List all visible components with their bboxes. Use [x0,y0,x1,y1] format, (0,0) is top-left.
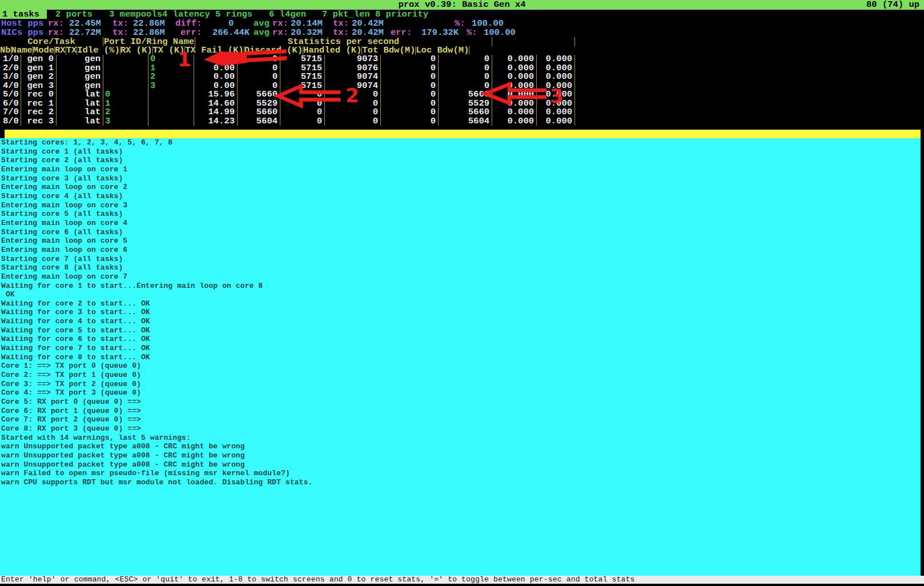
cell-rx-port: 3 [103,117,148,126]
log-line: Core 1: ==> TX port 0 (queue 0) [0,362,921,371]
stat-segment: 179.32K [421,28,459,37]
cell-tx-port [148,90,194,99]
log-line: Starting core 3 (all tasks) [0,174,921,183]
stat-segment: 100.00 [484,28,516,37]
tab[interactable]: 1 tasks [0,10,47,19]
cell-loc-bdw: 0.000 [537,117,575,126]
log-line: warn Unsupported packet type a008 - CRC … [0,451,921,460]
log-line: Core 6: RX port 1 (queue 0) ==> [0,407,921,416]
cell-tx-port [148,108,194,117]
header-cell: TX [66,46,78,55]
tab[interactable]: 6 l4gen [267,10,306,19]
title-bar: prox v0.39: Basic Gen x4 80 (74) up [0,0,924,10]
cell-rx-port [103,55,148,64]
cell-discard: 0 [381,55,439,64]
log-line: Starting cores: 1, 2, 3, 4, 5, 6, 7, 8 [0,138,921,147]
tab[interactable]: 3 mempools [107,10,162,19]
page-title: prox v0.39: Basic Gen x4 [398,0,525,10]
log-line: Core 3: ==> TX port 2 (queue 0) [0,380,921,389]
stat-segment: 0 [228,19,234,28]
stat-segment: diff: [175,19,202,28]
cell-handled: 5604 [439,117,492,126]
log-line: Entering main loop on core 3 [0,201,921,210]
log-line: Started with 14 warnings, last 5 warning… [0,434,921,443]
log-line: Waiting for core 1 to start...Entering m… [0,282,921,291]
stat-segment: 100.00 [472,19,504,28]
log-line: Waiting for core 6 to start... OK [0,335,921,344]
log-line: Starting core 1 (all tasks) [0,147,921,156]
cell-mode: lat [57,117,103,126]
log-line: Core 8: RX port 3 (queue 0) ==> [0,424,921,434]
stat-segment: NICs pps [1,28,43,37]
yellow-divider-bar [5,130,921,138]
stat-segment: tx: [113,19,128,28]
stat-segment: avg [254,19,270,28]
header-cell: RX (K) [120,46,153,55]
table-row: 2/0 gen 1 gen 1 0.00 0 5715 9076 0 0 0.0… [0,64,924,73]
cell-tx-fail: 0 [325,117,381,126]
stat-segment: 20.42M [352,28,384,37]
log-line: Entering main loop on core 6 [0,246,921,255]
stat-segment: 20.14M [291,19,323,28]
log-line: warn Unsupported packet type a008 - CRC … [0,460,921,469]
table-header-row: Nb Name Mode RX TX Idle (%) RX (K) TX (K… [0,46,924,55]
cell-rx-port [103,73,148,82]
tab[interactable]: 2 ports [53,10,93,19]
cell-discard: 0 [381,108,439,117]
cell-tx-k: 0 [280,117,325,126]
log-line: warn CPU supports RDT but msr module not… [0,478,921,487]
stat-segment: 266.44K [212,28,250,37]
nics-pps-stats-line: NICs pps rx: 22.72M tx: 22.86M err: 266.… [0,28,924,37]
cell-name: rec 3 [21,117,57,126]
uptime-counter: 80 (74) up [866,0,919,10]
prox-terminal: prox v0.39: Basic Gen x4 80 (74) up 1 ta… [0,0,924,586]
stat-segment: tx: [333,28,349,37]
log-line: Waiting for core 2 to start... OK [0,299,921,308]
stat-segment: err: [391,28,412,37]
table-row: 3/0 gen 2 gen 2 0.00 0 5715 9074 0 0 0.0… [0,73,924,82]
tab[interactable]: 4 latency [160,10,210,19]
log-line: Waiting for core 3 to start... OK [0,308,921,317]
group-header-spacer [492,37,575,46]
stat-segment: %: [455,19,465,28]
stat-segment: 20.32M [291,28,323,37]
table-row: 8/0 rec 3 lat 3 14.23 5604 0 0 0 5604 0.… [0,117,924,126]
table-row: 4/0 gen 3 gen 3 0.00 0 5715 9074 0 0 0.0… [0,82,924,91]
log-line: Core 5: RX port 0 (queue 0) ==> [0,398,921,407]
table-row: 5/0 rec 0 lat 0 15.96 5660 0 0 0 5660 0.… [0,90,924,99]
stat-segment: %: [467,28,477,37]
table-row: 7/0 rec 2 lat 2 14.99 5660 0 0 0 5660 0.… [0,108,924,117]
stat-segment: 22.86M [133,19,165,28]
cell-tx-port [148,117,194,126]
log-line: Entering main loop on core 7 [0,272,921,282]
log-line: Entering main loop on core 1 [0,165,921,174]
cell-idle: 14.23 [194,117,238,126]
log-line: Starting core 4 (all tasks) [0,192,921,201]
log-line: Entering main loop on core 2 [0,183,921,192]
console-log: Starting cores: 1, 2, 3, 4, 5, 6, 7, 8 S… [0,138,921,576]
log-line: OK [0,290,921,299]
table-row: 6/0 rec 1 lat 1 14.60 5529 0 0 0 5529 0.… [0,99,924,109]
log-line: Core 7: RX port 2 (queue 0) ==> [0,415,921,424]
header-cell: Loc Bdw(M) [416,46,469,55]
header-cell: TX (K) [153,46,186,55]
log-line: Core 4: ==> TX port 3 (queue 0) [0,388,921,398]
tab[interactable]: 5 rings [213,10,252,19]
stat-segment: 22.72M [69,28,101,37]
stat-segment: avg [254,28,270,37]
log-line: warn Failed to open msr pseudo-file (mis… [0,469,921,478]
cell-discard: 0 [381,64,439,73]
cell-tx-port: 3 [148,82,194,91]
log-line: Entering main loop on core 4 [0,219,921,228]
cell-discard: 0 [381,82,439,91]
cell-discard: 0 [381,117,439,126]
log-line: Starting core 2 (all tasks) [0,156,921,165]
cell-discard: 0 [381,73,439,82]
stat-segment: Host pps [1,19,43,28]
tab[interactable]: 7 pkt_len [320,10,370,19]
tab[interactable]: 8 priority [373,10,428,19]
cell-tx-port: 0 [148,55,194,64]
log-line: Waiting for core 8 to start... OK [0,353,921,362]
cell-discard: 0 [381,90,439,99]
cell-tx-port: 1 [148,64,194,73]
